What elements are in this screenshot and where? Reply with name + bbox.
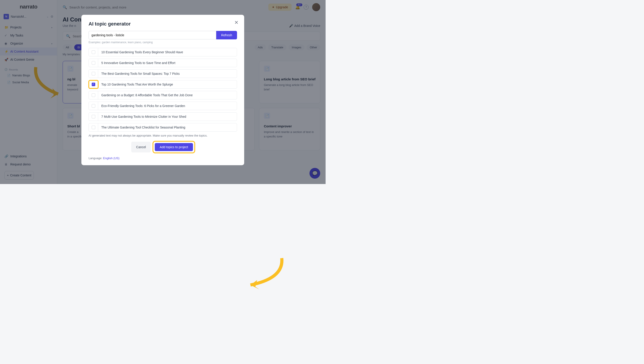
checkbox[interactable] [92,61,95,65]
modal-title: AI topic generator [88,21,237,27]
checkbox[interactable] [92,104,95,108]
topic-generator-modal: AI topic generator ✕ Refresh Examples: g… [82,15,244,165]
topic-text: The Best Gardening Tools for Small Space… [98,70,237,78]
topics-list: 10 Essential Gardening Tools Every Begin… [88,48,237,132]
topic-input-row: Refresh [88,31,237,39]
modal-overlay: AI topic generator ✕ Refresh Examples: g… [0,0,326,184]
ai-disclaimer: AI generated text may not always be appr… [88,134,237,137]
topic-checkbox-cell[interactable] [89,80,98,88]
topic-row: The Ultimate Gardening Tool Checklist fo… [88,123,237,132]
modal-actions: Cancel Add topics to project [88,142,237,152]
checkbox[interactable] [92,126,95,129]
close-icon: ✕ [234,20,238,25]
checkbox[interactable] [92,50,95,54]
topic-text: Top 10 Gardening Tools That Are Worth th… [98,80,237,88]
topic-row: The Best Gardening Tools for Small Space… [88,69,237,78]
examples-text: Examples: garden maintenance, learn pian… [88,41,237,44]
topic-checkbox-cell[interactable] [89,123,98,131]
topic-text: 5 Innovative Gardening Tools to Save Tim… [98,59,237,67]
topic-row: 10 Essential Gardening Tools Every Begin… [88,48,237,56]
topic-row: 5 Innovative Gardening Tools to Save Tim… [88,59,237,67]
topic-row: Gardening on a Budget: 8 Affordable Tool… [88,91,237,99]
topic-text: 10 Essential Gardening Tools Every Begin… [98,48,237,56]
topic-text: Gardening on a Budget: 8 Affordable Tool… [98,91,237,99]
app-root: narrato N NarratoM... ⌄ ⚙ 📁 Projects ✓ M… [0,0,326,184]
topic-row: 7 Multi-Use Gardening Tools to Minimize … [88,112,237,121]
close-button[interactable]: ✕ [234,20,238,26]
topic-row: Top 10 Gardening Tools That Are Worth th… [88,80,237,89]
topic-checkbox-cell[interactable] [89,102,98,110]
topic-text: Eco-Friendly Gardening Tools: 6 Picks fo… [98,102,237,110]
checkbox[interactable] [92,93,95,97]
topic-checkbox-cell[interactable] [89,48,98,56]
add-topics-button[interactable]: Add topics to project [155,143,193,151]
checkbox[interactable] [92,115,95,118]
checkbox[interactable] [92,72,95,75]
annotation-arrow-2 [237,256,286,292]
language-link[interactable]: English (US) [103,156,120,160]
topic-checkbox-cell[interactable] [89,91,98,99]
topic-row: Eco-Friendly Gardening Tools: 6 Picks fo… [88,102,237,110]
checkbox[interactable] [92,83,95,86]
topic-input[interactable] [88,31,216,39]
add-button-highlight: Add topics to project [154,142,194,152]
topic-checkbox-cell[interactable] [89,59,98,67]
topic-text: The Ultimate Gardening Tool Checklist fo… [98,123,237,131]
topic-checkbox-cell[interactable] [89,70,98,78]
language-row: Language: English (US) [88,156,237,160]
topic-checkbox-cell[interactable] [89,113,98,121]
refresh-button[interactable]: Refresh [216,31,237,39]
cancel-button[interactable]: Cancel [131,142,151,152]
topic-text: 7 Multi-Use Gardening Tools to Minimize … [98,113,237,121]
